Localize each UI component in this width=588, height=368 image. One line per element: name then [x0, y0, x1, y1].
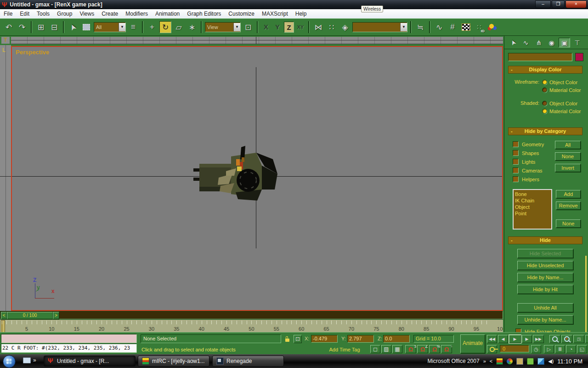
messenger-tray-icon[interactable] — [516, 358, 523, 365]
hide-by-name-button[interactable]: Hide by Name... — [517, 273, 573, 282]
office-toolbar-label[interactable]: Microsoft Office 2007 — [427, 358, 479, 364]
menu-views[interactable]: Views — [76, 9, 98, 18]
maxscript-listener-input[interactable]: 22 C R FOOT: #(232, 233, 234, 235, 236, … — [1, 344, 137, 353]
character-model[interactable] — [192, 145, 279, 207]
invert-button[interactable]: Invert — [555, 164, 581, 172]
start-button[interactable] — [3, 355, 16, 368]
pan-button[interactable]: Ⅲ — [555, 345, 565, 353]
menu-help[interactable]: Help — [292, 9, 311, 18]
selection-lock-icon[interactable] — [283, 335, 291, 343]
material-editor-icon[interactable] — [460, 21, 472, 33]
manipulate-icon[interactable]: ∗ — [186, 21, 198, 33]
perspective-viewport[interactable]: Perspective z y x — [11, 46, 503, 311]
remove-button[interactable]: Remove — [556, 201, 581, 210]
tray-expand-arrow[interactable]: < — [490, 358, 492, 364]
radio-button[interactable] — [542, 80, 547, 85]
axis-z-button[interactable]: Z — [284, 22, 294, 33]
chevron-down-icon[interactable]: ▼ — [233, 23, 240, 31]
radio-option-object-color[interactable]: Object Color — [542, 78, 581, 86]
select-link-icon[interactable]: ⊞ — [35, 21, 47, 33]
edged-faces-icon[interactable]: ▨ — [381, 345, 391, 353]
object-color-swatch[interactable] — [575, 53, 583, 61]
absolute-offset-toggle[interactable]: ⊡ — [294, 335, 302, 343]
x-coord-field[interactable]: -0.479 — [311, 335, 338, 343]
key-mode-toggle[interactable] — [487, 345, 497, 353]
unlink-icon[interactable]: ⊟ — [48, 21, 60, 33]
checkbox[interactable] — [513, 159, 519, 165]
zoom-extents-all-icon[interactable]: ▣ — [585, 335, 588, 343]
zoom-icon[interactable] — [549, 335, 560, 343]
goto-start-button[interactable]: ◀◀ — [487, 335, 497, 343]
rect-selection-icon[interactable] — [80, 21, 92, 33]
menu-modifiers[interactable]: Modifiers — [122, 9, 152, 18]
category-checkbox-helpers[interactable]: Helpers — [513, 175, 544, 184]
animate-button[interactable]: Animate — [460, 334, 485, 353]
menu-group[interactable]: Group — [53, 9, 76, 18]
mirc-tray-icon[interactable] — [496, 358, 503, 365]
menu-create[interactable]: Create — [98, 9, 122, 18]
select-by-name-icon[interactable]: ≡ — [127, 21, 139, 33]
current-frame-field[interactable]: 0 — [500, 345, 529, 352]
minmax-toggle-button[interactable]: ◱ — [577, 345, 587, 353]
axis-xy-button[interactable]: XY — [295, 22, 305, 33]
menu-edit[interactable]: Edit — [16, 9, 33, 18]
category-checkbox-geometry[interactable]: Geometry — [513, 140, 544, 149]
axis-x-button[interactable]: X — [261, 22, 271, 33]
chevron-down-icon[interactable]: ▼ — [400, 23, 407, 31]
network-tray-icon[interactable] — [537, 358, 544, 365]
track-view-icon[interactable]: ∿ — [433, 21, 445, 33]
next-frame-arrow[interactable]: > — [53, 312, 59, 319]
title-bar[interactable]: Ψ Untitled - gmax - [RenX game pack] – ❐… — [0, 0, 588, 9]
snap-toggle-icon[interactable]: ◈ — [339, 21, 351, 33]
radio-button[interactable] — [542, 109, 547, 114]
add-button[interactable]: Add — [556, 190, 581, 198]
unhide-all-button[interactable]: Unhide All — [517, 303, 573, 312]
chevron-down-icon[interactable]: ▼ — [119, 23, 125, 31]
radio-button[interactable] — [542, 101, 547, 106]
unhide-by-name-button[interactable]: Unhide by Name... — [517, 315, 573, 324]
close-button[interactable]: × — [565, 0, 587, 8]
multi-sub-id-icon[interactable]: ∷ID — [473, 21, 485, 33]
hide-unselected-button[interactable]: Hide Unselected — [517, 261, 573, 270]
prev-frame-button[interactable]: ◀ — [498, 335, 508, 343]
volume-tray-icon[interactable]: ◀) — [548, 358, 554, 364]
hide-by-hit-button[interactable]: Hide by Hit — [517, 285, 573, 294]
zoom-extents-icon[interactable]: ◳ — [573, 335, 584, 343]
list-item[interactable]: Point — [515, 210, 550, 217]
category-listbox[interactable]: BoneIK Chain ObjectPoint — [513, 189, 552, 230]
redo-icon[interactable]: ↷ — [16, 21, 28, 33]
axis-y-button[interactable]: Y — [272, 22, 283, 33]
menu-animation[interactable]: Animation — [152, 9, 183, 18]
time-slider-button[interactable]: 0 / 100 — [7, 312, 53, 319]
time-config-button[interactable]: ◷ — [531, 345, 541, 353]
arc-rotate-button[interactable]: ◔ — [566, 345, 576, 353]
top-viewport-sliver[interactable] — [11, 37, 503, 44]
list-item[interactable]: Bone — [515, 191, 550, 197]
power-tray-icon[interactable] — [527, 358, 534, 365]
minimize-button[interactable]: – — [535, 0, 551, 8]
show-desktop-icon[interactable] — [23, 357, 31, 363]
scale-icon[interactable]: ▱ — [173, 21, 185, 33]
array-icon[interactable]: ∷ — [326, 21, 338, 33]
schematic-view-icon[interactable]: # — [447, 21, 458, 33]
track-bar[interactable]: 5101520253035404550556065707580859095100 — [0, 319, 503, 333]
category-checkbox-lights[interactable]: Lights — [513, 157, 544, 166]
tray-chevron[interactable]: » — [483, 358, 486, 364]
taskbar-clock[interactable]: 11:10 PM — [557, 358, 585, 365]
pivot-center-icon[interactable]: ⊡ — [242, 21, 254, 33]
menu-file[interactable]: File — [0, 9, 16, 18]
move-icon[interactable]: + — [146, 21, 158, 33]
radio-button[interactable] — [542, 87, 547, 92]
z-coord-field[interactable]: 0.0 — [383, 335, 410, 343]
list-item[interactable]: IK Chain Object — [515, 197, 550, 210]
checkbox[interactable] — [513, 176, 519, 182]
tab-hierarchy[interactable]: ⋔ — [533, 38, 544, 47]
percent-snap-icon[interactable]: Ω% — [429, 345, 440, 353]
menu-customize[interactable]: Customize — [225, 9, 258, 18]
viewport-label[interactable]: Perspective — [16, 49, 49, 56]
left-viewport-sliver[interactable]: L — [0, 45, 11, 311]
fov-button[interactable]: ▷ — [544, 345, 554, 353]
none-button[interactable]: None — [555, 152, 581, 161]
mirror-icon[interactable]: ⋈ — [312, 21, 324, 33]
rotate-icon[interactable]: ↻ — [159, 21, 171, 33]
